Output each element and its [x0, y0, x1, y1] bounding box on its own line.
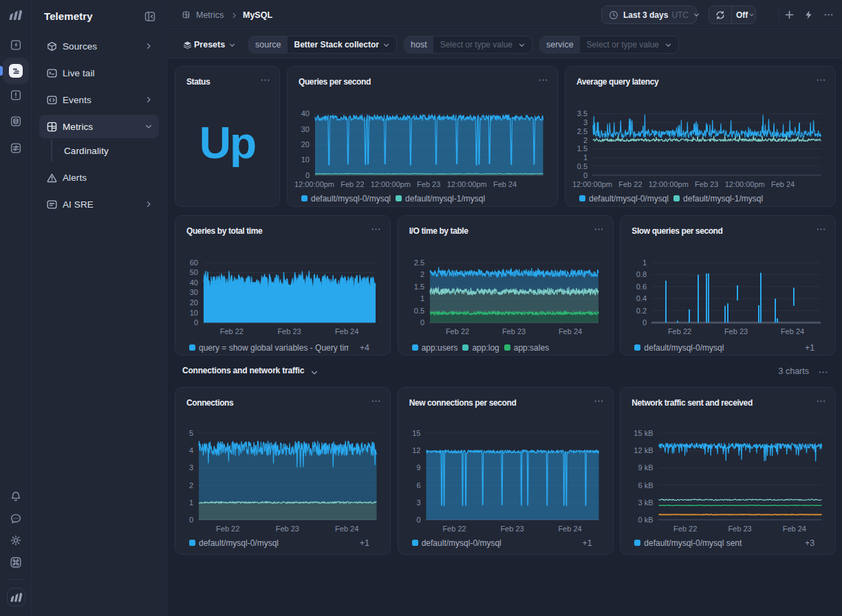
svg-text:Feb 23: Feb 23	[695, 180, 718, 188]
svg-text:0.4: 0.4	[636, 294, 647, 302]
svg-text:0: 0	[420, 318, 424, 327]
svg-text:2: 2	[420, 270, 424, 278]
svg-text:Feb 24: Feb 24	[559, 327, 582, 336]
svg-text:5: 5	[189, 429, 193, 437]
svg-text:Feb 22: Feb 22	[216, 525, 239, 533]
svg-text:4: 4	[189, 446, 193, 454]
svg-text:3.5: 3.5	[577, 109, 587, 118]
svg-text:10: 10	[301, 155, 310, 164]
svg-text:2.5: 2.5	[577, 127, 587, 135]
svg-text:12: 12	[412, 446, 420, 454]
svg-text:1: 1	[420, 294, 424, 302]
svg-text:Feb 22: Feb 22	[341, 180, 364, 188]
svg-text:3: 3	[583, 118, 587, 126]
svg-text:0: 0	[416, 516, 420, 524]
svg-text:1.5: 1.5	[413, 283, 424, 291]
svg-text:6: 6	[416, 481, 420, 490]
svg-text:0.6: 0.6	[636, 283, 647, 291]
svg-text:12:00:00pm: 12:00:00pm	[572, 180, 612, 188]
svg-text:Feb 23: Feb 23	[502, 327, 526, 336]
svg-text:Feb 24: Feb 24	[783, 525, 806, 533]
svg-text:12:00:00pm: 12:00:00pm	[447, 180, 487, 188]
svg-text:1: 1	[643, 258, 647, 267]
svg-text:40: 40	[301, 109, 310, 118]
svg-text:12:00:00pm: 12:00:00pm	[294, 180, 334, 188]
svg-text:0: 0	[189, 516, 193, 524]
svg-text:1: 1	[583, 153, 587, 162]
svg-text:12 kB: 12 kB	[634, 446, 654, 454]
svg-text:50: 50	[190, 268, 198, 276]
svg-text:9 kB: 9 kB	[638, 463, 654, 472]
svg-text:Feb 24: Feb 24	[558, 525, 581, 533]
svg-text:60: 60	[190, 258, 198, 267]
svg-text:9: 9	[416, 463, 420, 472]
svg-text:30: 30	[190, 288, 198, 296]
svg-text:0: 0	[643, 318, 647, 327]
svg-text:Feb 24: Feb 24	[771, 180, 795, 188]
svg-text:Feb 23: Feb 23	[728, 525, 752, 533]
svg-text:10: 10	[190, 309, 198, 317]
svg-text:12:00:00pm: 12:00:00pm	[725, 180, 765, 188]
svg-text:15 kB: 15 kB	[634, 429, 654, 437]
svg-text:Feb 24: Feb 24	[335, 327, 358, 336]
svg-text:Feb 24: Feb 24	[493, 180, 517, 188]
svg-text:2: 2	[189, 481, 193, 490]
svg-text:0.5: 0.5	[577, 162, 587, 170]
svg-text:6 kB: 6 kB	[638, 481, 654, 490]
svg-text:Feb 23: Feb 23	[277, 327, 301, 336]
svg-text:Feb 22: Feb 22	[618, 180, 642, 188]
svg-text:Feb 22: Feb 22	[442, 525, 466, 533]
svg-text:0.5: 0.5	[413, 307, 424, 315]
svg-text:Feb 22: Feb 22	[446, 327, 469, 336]
svg-text:12:00:00pm: 12:00:00pm	[371, 180, 411, 188]
svg-text:20: 20	[190, 298, 198, 307]
svg-text:3 kB: 3 kB	[638, 498, 654, 507]
svg-text:Feb 23: Feb 23	[724, 327, 748, 336]
svg-text:0: 0	[194, 318, 198, 327]
svg-text:Feb 24: Feb 24	[335, 525, 358, 533]
svg-text:0 kB: 0 kB	[638, 516, 654, 524]
svg-text:Feb 24: Feb 24	[781, 327, 804, 336]
svg-text:0.2: 0.2	[636, 307, 647, 315]
svg-text:0.8: 0.8	[636, 270, 647, 278]
svg-text:Feb 22: Feb 22	[668, 327, 691, 336]
svg-text:Feb 22: Feb 22	[220, 327, 244, 336]
svg-text:0: 0	[583, 171, 587, 179]
svg-text:3: 3	[189, 463, 193, 472]
svg-text:1.5: 1.5	[577, 144, 587, 153]
svg-text:Feb 23: Feb 23	[500, 525, 523, 533]
svg-text:30: 30	[301, 125, 310, 133]
svg-text:15: 15	[412, 429, 420, 437]
svg-text:20: 20	[301, 140, 310, 148]
svg-text:2.5: 2.5	[413, 258, 424, 267]
svg-text:Feb 23: Feb 23	[276, 525, 299, 533]
svg-text:3: 3	[416, 498, 420, 507]
svg-text:Feb 23: Feb 23	[417, 180, 440, 188]
svg-text:Feb 22: Feb 22	[673, 525, 697, 533]
svg-text:1: 1	[189, 498, 193, 507]
svg-text:2: 2	[583, 136, 587, 144]
svg-text:0: 0	[305, 171, 310, 179]
svg-text:40: 40	[190, 278, 198, 287]
svg-text:12:00:00pm: 12:00:00pm	[649, 180, 689, 188]
